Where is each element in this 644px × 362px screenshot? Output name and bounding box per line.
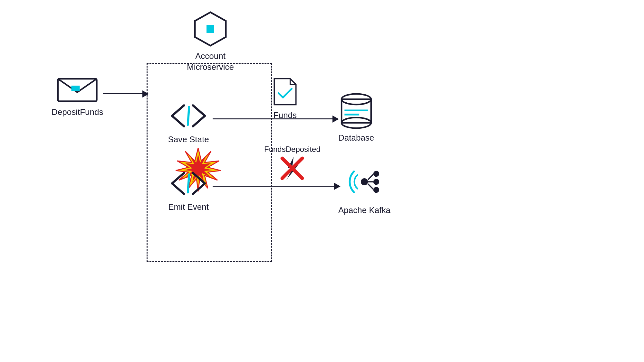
svg-point-17 (373, 171, 379, 177)
svg-rect-1 (207, 25, 214, 33)
svg-line-4 (188, 107, 189, 125)
diagram-container: Account Microservice DepositFunds (0, 0, 644, 362)
svg-point-16 (361, 178, 368, 185)
kafka-node: Apache Kafka (338, 162, 390, 216)
hexagon-icon (191, 10, 230, 48)
database-node: Database (338, 93, 374, 144)
save-state-label: Save State (168, 134, 209, 145)
funds-doc-label: Funds (274, 110, 297, 121)
svg-point-18 (373, 179, 379, 185)
database-icon (339, 93, 374, 130)
arrow-emit-to-kafka (213, 186, 340, 187)
funds-document-node: Funds (272, 77, 298, 121)
svg-line-22 (368, 184, 373, 189)
emit-event-node: Emit Event (168, 169, 209, 213)
svg-line-20 (368, 174, 373, 180)
envelope-icon (56, 74, 98, 104)
database-label: Database (338, 133, 374, 144)
code-brackets-icon (168, 101, 209, 132)
funds-deposited-node: FundsDeposited (264, 142, 321, 182)
svg-rect-3 (72, 86, 80, 91)
svg-line-7 (188, 174, 189, 192)
red-x-icon (279, 155, 305, 182)
kafka-icon (345, 162, 384, 202)
deposit-funds-node: DepositFunds (52, 74, 103, 118)
funds-deposited-label: FundsDeposited (264, 144, 321, 154)
kafka-label: Apache Kafka (338, 205, 390, 216)
emit-event-icon (168, 169, 209, 199)
arrow-deposit-to-box (103, 93, 148, 94)
save-state-node: Save State (168, 101, 209, 145)
funds-doc-icon (272, 77, 298, 107)
deposit-funds-label: DepositFunds (52, 107, 103, 118)
svg-point-19 (373, 187, 379, 193)
emit-event-label: Emit Event (168, 202, 209, 213)
